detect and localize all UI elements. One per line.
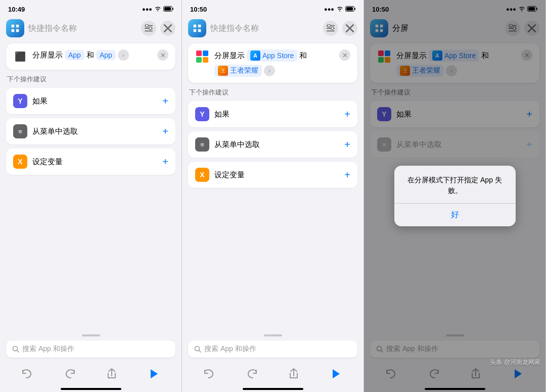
suggestion-item-2-3[interactable]: X 设定变量 +: [188, 162, 357, 188]
app1-label-2: App Store: [262, 52, 294, 60]
suggestion-label-1-2: 从菜单中选取: [32, 127, 157, 136]
top-bar-2: 快捷指令名称: [182, 16, 363, 41]
bottom-bar-1: 搜索 App 和操作: [0, 331, 181, 362]
toolbar-1: [0, 362, 181, 388]
phone-panel-1: 10:49 ●●● 快捷指令名称 ⬛ 分屏显示: [0, 0, 182, 392]
share-btn-1[interactable]: [103, 365, 121, 383]
suggestion-icon-1-3: X: [13, 155, 27, 169]
signal-icon-2: ●●●: [324, 6, 334, 12]
svg-rect-4: [145, 30, 153, 31]
action-label-2: 分屏显示: [214, 51, 245, 61]
action-label-1: 分屏显示: [32, 51, 63, 60]
appstore-icon-2: A: [250, 51, 260, 61]
status-bar-2: 10:50 ●●●: [182, 0, 363, 16]
suggestion-icon-1-1: Y: [13, 94, 27, 108]
action-card-2: 分屏显示 A App Store 和 王 王者荣耀 › ✕: [188, 43, 357, 83]
search-bar-2[interactable]: 搜索 App 和操作: [188, 340, 357, 358]
suggestion-item-1-3[interactable]: X 设定变量 +: [6, 149, 175, 175]
chevron-icon-1[interactable]: ›: [118, 50, 129, 61]
wifi-icon: [154, 6, 161, 13]
undo-btn-2[interactable]: [200, 365, 218, 383]
status-time-1: 10:49: [8, 6, 25, 13]
suggestion-item-1-1[interactable]: Y 如果 +: [6, 88, 175, 114]
app-tag-1[interactable]: App: [65, 50, 84, 60]
home-indicator-2: [243, 388, 303, 390]
alert-ok-button[interactable]: 好: [394, 204, 516, 226]
svg-line-22: [199, 351, 201, 353]
svg-point-5: [146, 24, 148, 27]
action-card-content-1: 分屏显示 App 和 App ›: [32, 50, 152, 61]
wangzhe-icon-2: 王: [218, 66, 228, 76]
top-bar-1: 快捷指令名称: [0, 16, 181, 41]
split-screen-icon-2: [195, 50, 209, 64]
status-icons-2: ●●●: [324, 6, 355, 13]
suggestion-add-1-1[interactable]: +: [162, 96, 168, 106]
app2-label-1: App: [100, 51, 112, 59]
delete-card-btn-2[interactable]: ✕: [339, 50, 350, 61]
alert-dialog: 在分屏模式下打开指定 App 失败。 好: [394, 166, 516, 226]
suggestion-label-2-3: 设定变量: [214, 170, 339, 180]
filter-button-2[interactable]: [323, 21, 338, 36]
close-button-1[interactable]: [160, 21, 175, 36]
suggestion-label-1-3: 设定变量: [32, 157, 157, 167]
app-tag-2-2[interactable]: 王 王者荣耀: [214, 65, 262, 77]
shortcut-name-2[interactable]: 快捷指令名称: [210, 23, 319, 34]
suggestion-label-2-2: 从菜单中选取: [214, 140, 339, 150]
svg-rect-16: [327, 30, 335, 31]
shortcut-name-1[interactable]: 快捷指令名称: [28, 23, 137, 34]
svg-marker-11: [151, 369, 158, 378]
alert-body: 在分屏模式下打开指定 App 失败。: [394, 166, 516, 203]
suggestion-add-1-2[interactable]: +: [162, 126, 168, 136]
play-btn-2[interactable]: [327, 365, 345, 383]
suggestion-add-2-3[interactable]: +: [344, 170, 350, 180]
delete-card-btn-1[interactable]: ✕: [157, 50, 168, 61]
suggestion-item-2-1[interactable]: Y 如果 +: [188, 101, 357, 127]
search-bar-1[interactable]: 搜索 App 和操作: [6, 340, 175, 358]
play-btn-1[interactable]: [145, 365, 163, 383]
battery-icon-2: [345, 6, 355, 13]
svg-point-17: [328, 24, 330, 27]
app-tag-2-1[interactable]: A App Store: [247, 50, 297, 62]
next-actions-label-2: 下个操作建议: [188, 88, 357, 97]
app1-label-1: App: [68, 51, 81, 59]
bottom-bar-2: 搜索 App 和操作: [182, 331, 363, 362]
suggestion-add-1-3[interactable]: +: [162, 157, 168, 167]
split-screen-icon-1: ⬛: [13, 50, 27, 64]
chevron-icon-2[interactable]: ›: [264, 65, 275, 76]
redo-btn-1[interactable]: [61, 365, 79, 383]
undo-btn-1[interactable]: [18, 365, 36, 383]
app-tag-2[interactable]: App: [96, 50, 116, 60]
status-time-2: 10:50: [190, 6, 207, 13]
redo-btn-2[interactable]: [243, 365, 261, 383]
svg-point-6: [149, 27, 152, 29]
suggestion-add-2-1[interactable]: +: [344, 109, 350, 119]
svg-line-10: [17, 351, 19, 353]
status-icons-1: ●●●: [142, 6, 173, 13]
share-btn-2[interactable]: [285, 365, 303, 383]
suggestion-item-1-2[interactable]: ≡ 从菜单中选取 +: [6, 118, 175, 144]
phone-panel-2: 10:50 ●●● 快捷指令名称: [182, 0, 364, 392]
signal-icon: ●●●: [142, 6, 152, 12]
svg-rect-1: [164, 7, 171, 11]
search-bar-text-1: 搜索 App 和操作: [22, 345, 74, 354]
suggestion-icon-2-2: ≡: [195, 137, 209, 152]
svg-marker-23: [333, 369, 340, 378]
main-content-1: ⬛ 分屏显示 App 和 App › ✕ 下个操作建议 Y 如果 +: [0, 41, 181, 331]
svg-point-18: [331, 27, 334, 29]
suggestion-add-2-2[interactable]: +: [344, 139, 350, 150]
drag-handle-2: [264, 334, 282, 336]
status-bar-1: 10:49 ●●●: [0, 0, 181, 16]
suggestion-item-2-2[interactable]: ≡ 从菜单中选取 +: [188, 131, 357, 158]
phone-panel-3: 10:50 ●●● 分屏: [364, 0, 546, 392]
home-indicator-1: [61, 388, 121, 390]
suggestion-label-2-1: 如果: [214, 110, 339, 119]
toolbar-2: [182, 362, 363, 388]
app2-label-2: 王者荣耀: [230, 66, 258, 75]
filter-button-1[interactable]: [141, 21, 156, 36]
close-button-2[interactable]: [342, 21, 357, 36]
main-content-2: 分屏显示 A App Store 和 王 王者荣耀 › ✕ 下个操作建议: [182, 41, 363, 331]
wifi-icon-2: [336, 6, 343, 13]
alert-overlay: 在分屏模式下打开指定 App 失败。 好: [364, 0, 545, 392]
next-actions-label-1: 下个操作建议: [6, 75, 175, 84]
battery-icon: [163, 6, 173, 13]
